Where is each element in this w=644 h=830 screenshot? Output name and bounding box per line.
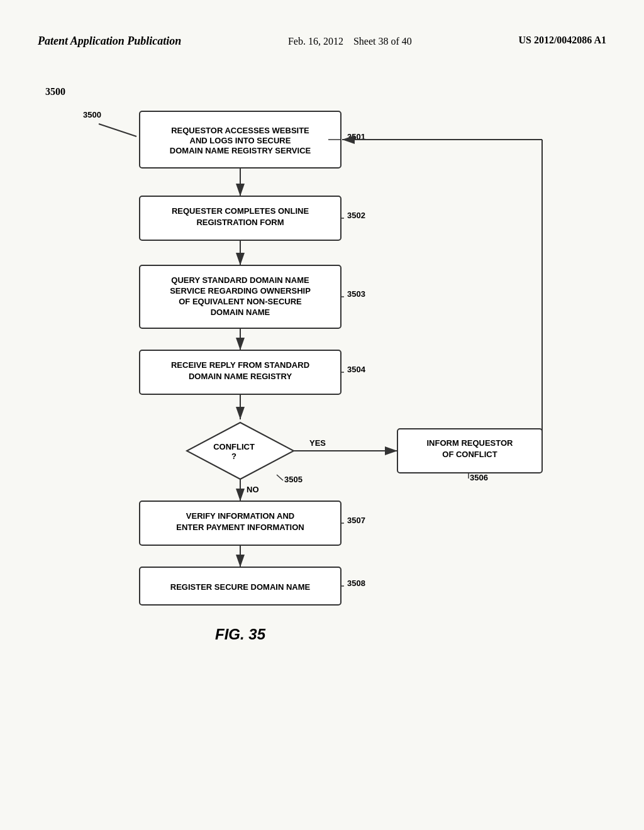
diagram-area: 3500 .box { fill: white; stroke: #333; s… [0, 61, 644, 765]
svg-text:AND LOGS INTO SECURE: AND LOGS INTO SECURE [190, 136, 291, 146]
svg-text:FIG. 35: FIG. 35 [215, 626, 266, 643]
svg-text:CONFLICT: CONFLICT [213, 443, 255, 452]
svg-text:REQUESTER COMPLETES ONLINE: REQUESTER COMPLETES ONLINE [172, 207, 309, 216]
svg-text:3503: 3503 [347, 289, 365, 299]
svg-text:3505: 3505 [284, 475, 303, 484]
svg-text:OF CONFLICT: OF CONFLICT [442, 450, 497, 460]
svg-text:REQUESTOR ACCESSES WEBSITE: REQUESTOR ACCESSES WEBSITE [171, 126, 309, 136]
svg-text:DOMAIN NAME REGISTRY: DOMAIN NAME REGISTRY [189, 372, 292, 382]
header-center-info: Feb. 16, 2012 Sheet 38 of 40 [288, 35, 412, 48]
svg-text:INFORM REQUESTOR: INFORM REQUESTOR [427, 439, 514, 448]
svg-text:REGISTRATION FORM: REGISTRATION FORM [196, 218, 284, 228]
svg-line-30 [277, 475, 283, 480]
svg-text:3500: 3500 [83, 110, 101, 119]
header-date: Feb. 16, 2012 [288, 36, 343, 47]
svg-text:SERVICE REGARDING OWNERSHIP: SERVICE REGARDING OWNERSHIP [170, 287, 311, 296]
diagram-label: 3500 [45, 86, 65, 97]
header-sheet: Sheet 38 of 40 [353, 36, 412, 47]
page: Patent Application Publication Feb. 16, … [0, 0, 644, 830]
svg-text:NO: NO [247, 485, 259, 494]
flowchart-svg: .box { fill: white; stroke: #333; stroke… [64, 80, 580, 740]
header-right-patent: US 2012/0042086 A1 [518, 35, 606, 46]
svg-text:VERIFY INFORMATION AND: VERIFY INFORMATION AND [186, 512, 294, 521]
svg-text:3502: 3502 [347, 211, 365, 220]
svg-text:REGISTER SECURE DOMAIN NAME: REGISTER SECURE DOMAIN NAME [170, 583, 311, 592]
svg-text:RECEIVE REPLY FROM STANDARD: RECEIVE REPLY FROM STANDARD [171, 361, 309, 370]
svg-text:DOMAIN NAME REGISTRY SERVICE: DOMAIN NAME REGISTRY SERVICE [170, 147, 311, 156]
svg-text:?: ? [231, 452, 236, 462]
svg-text:3506: 3506 [470, 473, 488, 482]
svg-text:YES: YES [309, 438, 326, 448]
svg-text:ENTER PAYMENT INFORMATION: ENTER PAYMENT INFORMATION [176, 523, 304, 533]
svg-text:QUERY STANDARD DOMAIN NAME: QUERY STANDARD DOMAIN NAME [171, 276, 309, 285]
svg-text:3504: 3504 [347, 365, 366, 374]
svg-line-2 [99, 124, 136, 136]
svg-text:OF EQUIVALENT NON-SECURE: OF EQUIVALENT NON-SECURE [179, 297, 302, 307]
header: Patent Application Publication Feb. 16, … [0, 0, 644, 61]
svg-text:3507: 3507 [347, 516, 365, 525]
header-left-title: Patent Application Publication [38, 35, 181, 48]
svg-text:DOMAIN NAME: DOMAIN NAME [211, 308, 270, 318]
svg-text:3508: 3508 [347, 578, 365, 588]
